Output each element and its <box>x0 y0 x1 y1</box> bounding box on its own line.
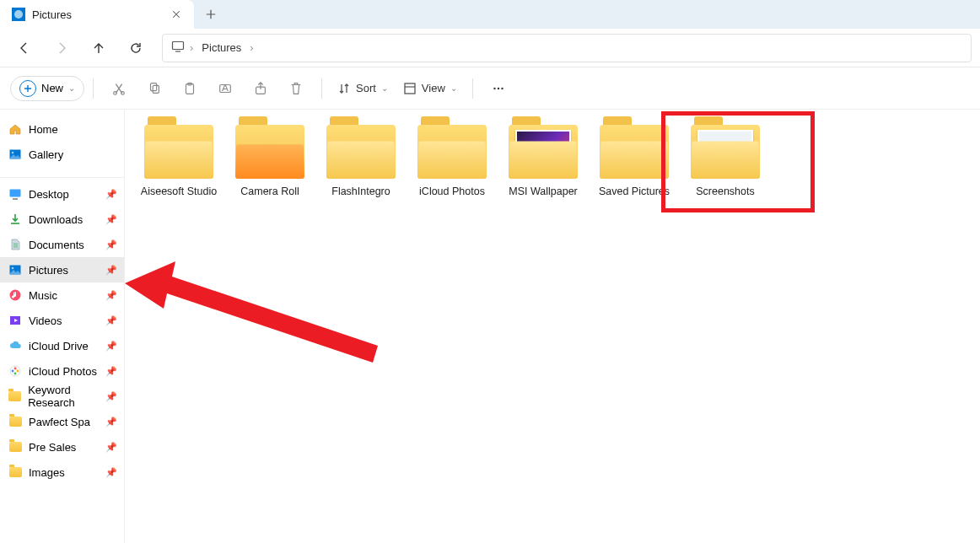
pin-icon: 📌 <box>105 341 117 352</box>
share-button[interactable] <box>244 74 277 103</box>
tab-bar: Pictures <box>0 0 980 29</box>
sidebar-item-label: Pre Sales <box>29 441 76 454</box>
sidebar-item-label: Downloads <box>29 213 83 226</box>
pin-icon: 📌 <box>105 265 117 276</box>
rename-button[interactable]: A <box>208 74 242 103</box>
view-button[interactable]: View ⌄ <box>396 78 464 99</box>
pin-icon: 📌 <box>105 391 117 402</box>
pin-icon: 📌 <box>105 315 117 326</box>
chevron-down-icon: ⌄ <box>381 83 388 93</box>
sidebar-item-downloads[interactable]: Downloads📌 <box>0 207 124 232</box>
more-button[interactable] <box>482 74 515 103</box>
music-icon <box>8 288 22 302</box>
plus-circle-icon <box>19 80 36 97</box>
sidebar-item-music[interactable]: Music📌 <box>0 282 124 308</box>
icloudphotos-icon <box>8 364 22 378</box>
sidebar-item-videos[interactable]: Videos📌 <box>0 308 124 333</box>
sidebar-item-documents[interactable]: Documents📌 <box>0 232 124 257</box>
new-button-label: New <box>41 82 63 94</box>
paste-button[interactable] <box>173 74 207 103</box>
separator <box>93 78 94 99</box>
svg-point-13 <box>501 87 503 89</box>
up-button[interactable] <box>83 34 115 62</box>
chevron-down-icon: ⌄ <box>68 83 75 93</box>
breadcrumb-pictures[interactable]: Pictures <box>198 40 245 56</box>
folder-label: Aiseesoft Studio <box>141 185 217 198</box>
svg-point-25 <box>12 370 14 373</box>
sidebar-item-icloud-photos[interactable]: iCloud Photos📌 <box>0 358 124 384</box>
pin-icon: 📌 <box>105 189 117 200</box>
iclouddrive-icon <box>8 339 22 352</box>
sidebar-item-desktop[interactable]: Desktop📌 <box>0 181 124 207</box>
sidebar-item-label: Videos <box>29 315 62 327</box>
new-button[interactable]: New ⌄ <box>10 76 84 101</box>
tab-pictures[interactable]: Pictures <box>0 0 194 29</box>
cut-button[interactable] <box>102 74 136 103</box>
forward-button[interactable] <box>46 34 78 62</box>
downloads-icon <box>8 212 22 226</box>
folder-icon <box>144 125 213 179</box>
sidebar-item-label: Pawfect Spa <box>29 416 90 428</box>
view-button-label: View <box>422 82 445 94</box>
folder-label: Camera Roll <box>240 185 299 198</box>
sidebar-item-keyword-research[interactable]: Keyword Research📌 <box>0 384 124 409</box>
back-button[interactable] <box>8 34 40 62</box>
desktop-icon <box>8 187 22 201</box>
svg-point-24 <box>14 373 17 375</box>
folder-aiseesoft-studio[interactable]: Aiseesoft Studio <box>133 121 224 202</box>
delete-button[interactable] <box>279 74 313 103</box>
chevron-down-icon: ⌄ <box>450 83 457 93</box>
folder-label: Saved Pictures <box>599 185 670 198</box>
folder-icon <box>8 415 22 428</box>
sidebar-item-icloud-drive[interactable]: iCloud Drive📌 <box>0 333 124 358</box>
svg-rect-4 <box>153 85 159 93</box>
sidebar-item-label: Documents <box>29 239 84 251</box>
folder-saved-pictures[interactable]: Saved Pictures <box>589 121 680 202</box>
pin-icon: 📌 <box>105 417 117 427</box>
tab-title: Pictures <box>32 8 164 21</box>
sidebar-item-label: Images <box>29 466 65 479</box>
sidebar-item-images[interactable]: Images📌 <box>0 460 124 485</box>
sidebar-item-gallery[interactable]: Gallery <box>0 142 124 167</box>
address-bar[interactable]: › Pictures › <box>162 34 972 62</box>
svg-rect-10 <box>405 83 415 94</box>
sidebar-item-home[interactable]: Home <box>0 116 124 142</box>
folder-flashintegro[interactable]: FlashIntegro <box>315 121 407 202</box>
sidebar-item-label: Desktop <box>29 188 69 201</box>
folder-icon <box>8 440 22 454</box>
svg-rect-16 <box>10 190 21 197</box>
pin-icon: 📌 <box>105 467 117 478</box>
sidebar-item-pre-sales[interactable]: Pre Sales📌 <box>0 434 124 460</box>
sidebar-item-label: Gallery <box>29 148 63 161</box>
svg-point-1 <box>114 91 117 94</box>
refresh-button[interactable] <box>120 34 152 62</box>
folder-icon <box>326 125 396 179</box>
folder-icon <box>8 390 21 403</box>
annotation-arrow <box>125 261 386 371</box>
new-tab-button[interactable] <box>194 0 228 29</box>
sidebar-item-pictures[interactable]: Pictures📌 <box>0 257 124 282</box>
chevron-right-icon: › <box>250 41 253 54</box>
folder-icloud-photos[interactable]: iCloud Photos <box>407 121 498 202</box>
folder-icon <box>600 125 669 179</box>
folder-screenshots[interactable]: Screenshots <box>680 121 771 202</box>
svg-point-18 <box>12 267 14 270</box>
sidebar-item-label: iCloud Photos <box>29 365 97 378</box>
folder-camera-roll[interactable]: Camera Roll <box>224 121 315 202</box>
separator <box>321 78 322 99</box>
svg-point-11 <box>493 87 495 89</box>
folder-label: Screenshots <box>696 185 754 198</box>
sidebar-item-pawfect-spa[interactable]: Pawfect Spa📌 <box>0 409 124 434</box>
pictures-icon <box>8 263 22 277</box>
sort-button[interactable]: Sort ⌄ <box>331 78 395 99</box>
pin-icon: 📌 <box>105 214 117 225</box>
svg-point-15 <box>12 152 14 154</box>
folder-msi-wallpaper[interactable]: MSI Wallpaper <box>498 121 589 202</box>
content-area[interactable]: Aiseesoft StudioCamera RollFlashIntegroi… <box>125 110 980 543</box>
documents-icon <box>8 238 22 251</box>
this-pc-icon <box>171 40 185 56</box>
sidebar-item-label: Home <box>29 123 58 136</box>
copy-button[interactable] <box>137 74 171 103</box>
close-tab-button[interactable] <box>170 8 182 20</box>
svg-rect-3 <box>151 83 157 90</box>
